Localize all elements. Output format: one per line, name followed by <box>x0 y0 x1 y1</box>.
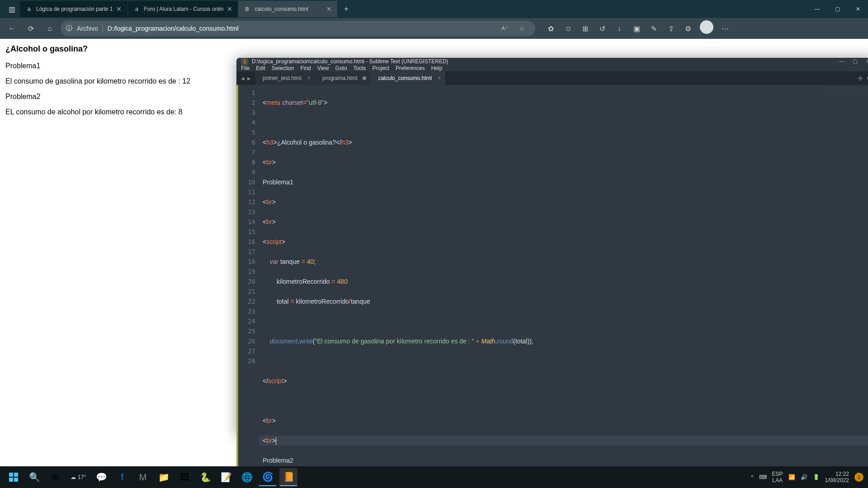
tab-overview-icon[interactable]: ▥ <box>4 2 20 16</box>
text-caret <box>276 437 276 445</box>
profile-avatar[interactable] <box>700 20 713 34</box>
address-input[interactable]: ⓘ Archivo D:/logica_programacion/calculo… <box>61 21 535 36</box>
close-icon[interactable]: × <box>307 75 311 81</box>
menu-tools[interactable]: Tools <box>354 65 366 71</box>
chrome-icon[interactable]: 🌐 <box>238 468 256 486</box>
send-icon[interactable]: ✎ <box>646 20 662 37</box>
pycharm-icon[interactable]: 🐍 <box>196 468 214 486</box>
facebook-icon[interactable]: f <box>113 468 131 486</box>
close-icon[interactable]: ✕ <box>227 5 232 13</box>
share-icon[interactable]: ⇪ <box>663 20 679 37</box>
minimize-icon[interactable]: — <box>807 0 827 18</box>
volume-icon[interactable]: 🔊 <box>801 474 807 480</box>
browser-tab-1[interactable]: a Lógica de programación parte 1 ✕ <box>20 1 127 17</box>
refresh-button[interactable]: ⟳ <box>23 20 39 37</box>
performance-icon[interactable]: ⚙ <box>680 20 696 37</box>
close-icon[interactable]: ✕ <box>116 5 122 13</box>
sublime-tab-2[interactable]: programa.html <box>315 71 371 85</box>
page-heading: ¿Alcohol o gasolina? <box>5 44 863 54</box>
close-icon[interactable]: × <box>438 75 441 81</box>
extension-icon[interactable]: ✿ <box>542 20 559 37</box>
dropdown-icon[interactable]: ▼ <box>866 76 868 81</box>
teams-icon[interactable]: 💬 <box>92 468 110 486</box>
minimap[interactable] <box>823 88 868 124</box>
history-icon[interactable]: ↺ <box>594 20 610 37</box>
tab-title: Foro | Alura Latam - Cursos onlin <box>144 6 223 12</box>
menu-find[interactable]: Find <box>300 65 311 71</box>
browser-tab-2[interactable]: a Foro | Alura Latam - Cursos onlin ✕ <box>127 1 238 17</box>
battery-icon[interactable]: 🔋 <box>813 474 820 480</box>
close-icon[interactable]: ✕ <box>866 58 868 65</box>
favicon-alura-icon: a <box>25 5 33 13</box>
maximize-icon[interactable]: ▢ <box>853 58 858 65</box>
photos-icon[interactable]: 🖼 <box>175 468 193 486</box>
reader-icon[interactable]: A⁺ <box>496 20 513 37</box>
menu-project[interactable]: Project <box>373 65 389 71</box>
favicon-alura-icon: a <box>133 5 140 13</box>
info-icon[interactable]: ⓘ <box>66 24 72 33</box>
maximize-icon[interactable]: ▢ <box>827 0 848 18</box>
svg-rect-2 <box>9 478 13 482</box>
svg-rect-3 <box>14 478 18 482</box>
sublime-tab-1[interactable]: primer_test.html× <box>255 71 315 85</box>
svg-rect-1 <box>14 473 18 477</box>
menu-edit[interactable]: Edit <box>256 65 265 71</box>
minimize-icon[interactable]: — <box>839 58 844 65</box>
keyboard-icon[interactable]: ⌨ <box>759 474 767 480</box>
gmail-icon[interactable]: M <box>134 468 152 486</box>
taskview-button[interactable]: ⊞ <box>46 468 64 486</box>
tab-fwd-icon[interactable]: ▶ <box>247 76 251 81</box>
sublime-editor[interactable]: 1234567891011121314151617181920212223242… <box>236 85 868 488</box>
wifi-icon[interactable]: 📶 <box>788 474 795 480</box>
collections-icon[interactable]: ⊞ <box>577 20 593 37</box>
weather-widget[interactable]: ☁ 17° <box>67 468 90 486</box>
notepad-icon[interactable]: 📝 <box>217 468 235 486</box>
windows-taskbar: 🔍 ⊞ ☁ 17° 💬 f M 📁 🖼 🐍 📝 🌐 🌀 📙 ^ ⌨ ESPLAA… <box>0 466 868 488</box>
sublime-tabbar: ◀▶ primer_test.html× programa.html calcu… <box>236 71 868 85</box>
new-tab-button[interactable]: + <box>338 5 354 13</box>
sublime-tab-label: programa.html <box>322 75 357 81</box>
explorer-icon[interactable]: 📁 <box>155 468 173 486</box>
tray-chevron-icon[interactable]: ^ <box>751 474 754 480</box>
tab-title: calculo_consumo.html <box>255 6 323 12</box>
new-file-icon[interactable]: ➕ <box>858 76 863 81</box>
menu-icon[interactable]: ⋯ <box>717 20 733 37</box>
sublime-icon[interactable]: 📙 <box>279 468 297 486</box>
sublime-tab-label: calculo_consumo.html <box>378 75 432 81</box>
home-button[interactable]: ⌂ <box>42 20 58 37</box>
back-button[interactable]: ← <box>4 20 20 37</box>
close-icon[interactable]: ✕ <box>848 0 868 18</box>
notification-badge[interactable]: 1 <box>854 473 863 482</box>
dirty-indicator-icon <box>363 76 366 80</box>
browser-tab-bar: ▥ a Lógica de programación parte 1 ✕ a F… <box>0 0 868 18</box>
address-path: D:/logica_programacion/calculo_consumo.h… <box>108 25 239 32</box>
language-indicator[interactable]: ESPLAA <box>772 471 783 483</box>
screenshot-icon[interactable]: ▣ <box>628 20 645 37</box>
menu-file[interactable]: File <box>241 65 250 71</box>
search-button[interactable]: 🔍 <box>25 468 43 486</box>
menu-help[interactable]: Help <box>431 65 443 71</box>
sublime-menubar: File Edit Selection Find View Goto Tools… <box>236 65 868 71</box>
menu-view[interactable]: View <box>317 65 329 71</box>
sublime-tab-3[interactable]: calculo_consumo.html× <box>371 71 445 85</box>
close-icon[interactable]: ✕ <box>326 5 332 13</box>
star-icon[interactable]: ☆ <box>514 20 530 37</box>
clock[interactable]: 12:221/08/2022 <box>825 471 849 483</box>
sublime-title-text: D:\logica_programacion\calculo_consumo.h… <box>252 58 448 65</box>
menu-preferences[interactable]: Preferences <box>396 65 425 71</box>
downloads-icon[interactable]: ↓ <box>611 20 627 37</box>
line-number-gutter: 1234567891011121314151617181920212223242… <box>238 85 259 488</box>
sublime-tab-label: primer_test.html <box>263 75 302 81</box>
sublime-titlebar[interactable]: S D:\logica_programacion\calculo_consumo… <box>236 58 868 65</box>
address-toolbar: ← ⟳ ⌂ ⓘ Archivo D:/logica_programacion/c… <box>0 18 868 39</box>
favicon-file-icon: 🗎 <box>244 5 251 13</box>
tab-back-icon[interactable]: ◀ <box>241 76 245 81</box>
sublime-window: S D:\logica_programacion\calculo_consumo… <box>236 58 868 436</box>
menu-selection[interactable]: Selection <box>272 65 294 71</box>
browser-tab-3[interactable]: 🗎 calculo_consumo.html ✕ <box>238 1 338 17</box>
start-button[interactable] <box>5 468 23 486</box>
edge-icon[interactable]: 🌀 <box>259 468 277 486</box>
menu-goto[interactable]: Goto <box>335 65 347 71</box>
favorites-icon[interactable]: ✩ <box>560 20 576 37</box>
code-area[interactable]: <meta charset="utf-8"> <h3>¿Alcohol o ga… <box>259 85 868 488</box>
